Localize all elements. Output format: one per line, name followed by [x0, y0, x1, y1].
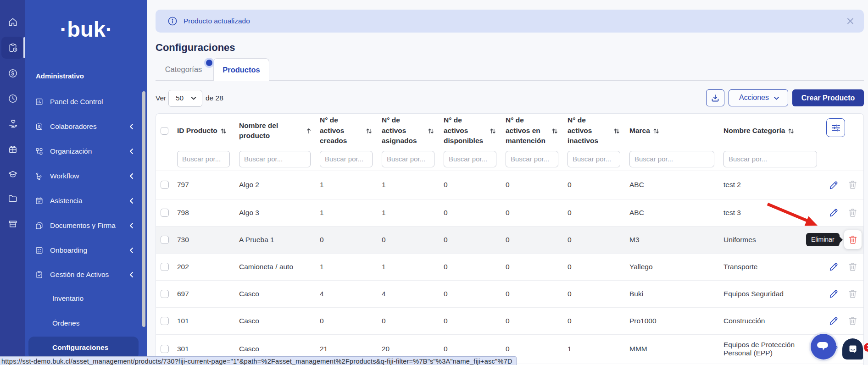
edit-icon[interactable] [829, 288, 839, 299]
col-header-activos-disponibles[interactable]: N° de activos disponibles [443, 114, 505, 148]
sidebar-item-documentos-y-firma[interactable]: Documentos y Firma [29, 216, 144, 236]
notification-badge: 1 [864, 343, 868, 352]
row-checkbox[interactable] [161, 236, 169, 244]
sidebar-item-colaboradores[interactable]: Colaboradores [29, 116, 144, 137]
chat-bubble-icon [817, 341, 830, 353]
sidebar-subitem-ordenes[interactable]: Órdenes [29, 313, 144, 333]
sort-both-icon[interactable] [613, 127, 620, 134]
ver-label: Ver [156, 94, 166, 102]
edit-icon[interactable] [829, 207, 839, 218]
sidebar-item-workflow[interactable]: Workflow [29, 166, 144, 186]
products-table: ID Producto Nombre del producto N° de ac… [156, 114, 863, 365]
filter-input-id-producto[interactable] [177, 151, 230, 167]
sort-both-icon[interactable] [653, 127, 659, 134]
sidebar-subitem-inventario[interactable]: Inventario [29, 288, 144, 309]
filter-input-marca[interactable] [629, 151, 714, 167]
sidebar-item-organizacion[interactable]: Organización [29, 141, 144, 161]
delete-icon[interactable] [848, 289, 857, 299]
filter-input-activos-disponibles[interactable] [444, 151, 496, 167]
table-row: 798 Algo 3 1 1 0 0 0 ABC test 3 [156, 199, 863, 226]
sort-both-icon[interactable] [366, 127, 372, 134]
filter-input-activos-asignados[interactable] [382, 151, 434, 167]
edit-icon[interactable] [829, 315, 839, 326]
filter-input-activos-creados[interactable] [320, 151, 373, 167]
hand-heart-icon[interactable] [7, 119, 18, 129]
sort-asc-icon[interactable] [306, 127, 312, 134]
cell-creados: 1 [319, 199, 381, 226]
acciones-label: Acciones [739, 94, 769, 102]
col-header-nombre-categoria[interactable]: Nombre Categoría [723, 114, 821, 148]
sidebar-subitem-label: Inventario [52, 294, 83, 303]
col-header-activos-en-mantencion[interactable]: N° de activos en mantención [505, 114, 567, 148]
delete-icon[interactable] [848, 180, 857, 190]
cell-asignados: 4 [381, 280, 443, 307]
sidebar-scrollbar-thumb[interactable] [142, 91, 145, 327]
chat-launcher-blue[interactable] [811, 334, 836, 359]
asset-clipboard-clock-icon[interactable] [7, 43, 18, 53]
col-header-marca[interactable]: Marca [629, 114, 723, 148]
money-circle-icon[interactable] [7, 68, 18, 79]
sliders-icon [831, 123, 840, 133]
cell-inactivos: 0 [567, 307, 629, 334]
row-checkbox[interactable] [161, 290, 169, 298]
delete-icon[interactable] [848, 262, 857, 272]
total-label: de 28 [206, 94, 223, 102]
sort-both-icon[interactable] [220, 127, 227, 134]
col-header-id-producto[interactable]: ID Producto [177, 114, 239, 148]
sidebar-item-gestion-de-activos[interactable]: Gestión de Activos [29, 265, 144, 285]
sidebar-item-panel-de-control[interactable]: Panel de Control [29, 92, 144, 112]
col-header-nombre-del-producto[interactable]: Nombre del producto [239, 114, 319, 148]
download-icon [711, 94, 719, 102]
delete-icon[interactable] [848, 316, 857, 326]
sidebar-subitem-configuraciones[interactable]: Configuraciones [29, 337, 144, 358]
row-checkbox[interactable] [161, 317, 169, 325]
org-chart-icon [35, 147, 44, 156]
sidebar-item-asistencia[interactable]: Asistencia [29, 191, 144, 211]
tab-categorias[interactable]: Categorías [156, 58, 211, 81]
tab-productos[interactable]: Productos [213, 58, 269, 81]
row-checkbox[interactable] [161, 209, 169, 217]
filter-input-nombre-del-producto[interactable] [239, 151, 311, 167]
sort-both-icon[interactable] [428, 127, 434, 134]
calendar-check-icon [35, 197, 44, 205]
clock-icon[interactable] [7, 94, 18, 104]
edit-icon[interactable] [829, 261, 839, 272]
sidebar-item-onboarding[interactable]: Onboarding [29, 240, 144, 260]
gift-icon[interactable] [7, 144, 18, 155]
storefront-icon[interactable] [7, 219, 18, 229]
select-all-checkbox[interactable] [161, 127, 168, 135]
delete-button-hovered[interactable] [844, 230, 862, 249]
filter-input-activos-inactivos[interactable] [568, 151, 620, 167]
delete-icon[interactable] [848, 208, 857, 218]
sort-both-icon[interactable] [551, 127, 558, 134]
column-settings-button[interactable] [826, 118, 845, 137]
cell-mantencion: 0 [505, 307, 567, 334]
row-checkbox[interactable] [161, 181, 169, 189]
chevron-left-icon [129, 198, 134, 204]
col-header-activos-inactivos[interactable]: N° de activos inactivos [567, 114, 629, 148]
home-icon[interactable] [7, 17, 18, 28]
col-header-activos-asignados[interactable]: N° de activos asignados [381, 114, 443, 148]
edit-icon[interactable] [829, 180, 839, 190]
chevron-left-icon [129, 271, 134, 278]
crear-producto-button[interactable]: Crear Producto [792, 89, 864, 106]
folder-icon[interactable] [7, 194, 18, 204]
sidebar-item-label: Workflow [50, 172, 79, 180]
col-header-activos-creados[interactable]: N° de activos creados [319, 114, 381, 148]
sort-both-icon[interactable] [490, 127, 496, 134]
row-checkbox[interactable] [161, 345, 169, 353]
filter-input-activos-en-mantencion[interactable] [506, 151, 558, 167]
cell-categoria: test 2 [723, 171, 821, 199]
graduation-cap-icon[interactable] [7, 169, 18, 180]
close-icon[interactable] [847, 18, 854, 25]
page-size-select[interactable]: 50 [168, 90, 202, 107]
download-button[interactable] [706, 89, 724, 106]
delete-icon [848, 235, 858, 245]
cell-marca: ABC [629, 171, 723, 199]
cell-mantencion: 0 [505, 171, 567, 199]
sort-both-icon[interactable] [788, 127, 794, 134]
acciones-button[interactable]: Acciones [729, 89, 788, 106]
chat-launcher-dark[interactable] [842, 338, 863, 359]
filter-input-nombre-categoria[interactable] [723, 151, 817, 167]
row-checkbox[interactable] [161, 263, 169, 271]
